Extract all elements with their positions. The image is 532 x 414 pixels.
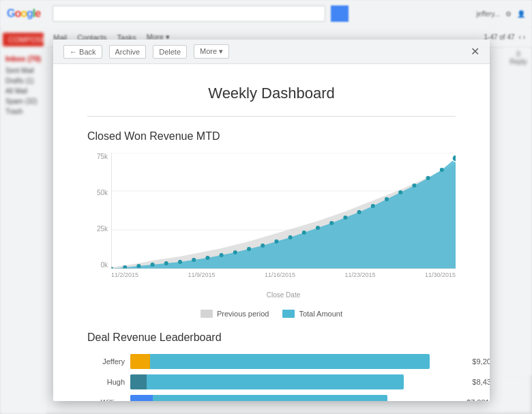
lb-bar-accent-jeffery (130, 354, 150, 369)
lb-bar-accent-hugh (130, 374, 147, 389)
dot-5 (164, 261, 168, 265)
dot-16 (316, 226, 320, 230)
dot-6 (178, 260, 182, 264)
lb-bar-accent-william (130, 395, 153, 401)
archive-button[interactable]: Archive (109, 45, 147, 59)
browser-topbar: Google jeffery... ⚙ 👤 (0, 0, 532, 27)
address-bar (53, 5, 325, 22)
user-email: jeffery... (476, 10, 500, 18)
y-label-50k: 50k (97, 189, 108, 196)
dot-10 (233, 250, 237, 254)
google-logo: Google (7, 8, 40, 20)
x-label-4: 11/23/2015 (344, 271, 375, 278)
nav-icons: ‹ › (519, 33, 525, 41)
x-axis-title: Close Date (111, 291, 456, 299)
dot-25 (440, 168, 444, 172)
dot-14 (289, 235, 293, 239)
x-label-3: 11/16/2015 (265, 271, 295, 278)
dot-19 (357, 210, 361, 214)
dot-12 (261, 243, 265, 248)
leaderboard-row-william: William $7,881.50 (87, 395, 456, 401)
dashboard-title: Weekly Dashboard (87, 85, 456, 102)
dot-20 (371, 204, 375, 208)
delete-button[interactable]: Delete (153, 45, 187, 59)
legend-total-swatch (282, 310, 295, 318)
legend-total-label: Total Amount (299, 310, 342, 318)
dot-11 (247, 247, 251, 251)
dot-9 (220, 253, 224, 257)
leaderboard-row-hugh: Hugh $8,437 (87, 374, 456, 389)
dot-15 (302, 231, 306, 235)
legend-previous: Previous period (201, 310, 269, 318)
close-button[interactable]: ✕ (471, 45, 479, 58)
title-divider (87, 116, 456, 117)
dot-23 (412, 183, 416, 188)
y-label-25k: 25k (97, 225, 108, 233)
y-label-0k: 0k (100, 261, 108, 269)
lb-bars-hugh: $8,437 (130, 374, 456, 389)
dot-17 (329, 221, 334, 225)
dot-21 (385, 197, 389, 201)
revenue-chart-svg (111, 153, 456, 269)
leaderboard-title: Deal Revenue Leaderboard (87, 331, 456, 344)
chart-legend: Previous period Total Amount (87, 310, 456, 318)
dot-7 (192, 258, 196, 262)
email-overlay: ← Back Archive Delete More ▾ ✕ Weekly Da… (53, 40, 490, 401)
revenue-chart-container: 0k 25k 50k 75k (87, 153, 456, 289)
lb-amount-william: $7,881.50 (467, 398, 490, 401)
back-button[interactable]: ← Back (63, 45, 102, 59)
lb-name-william: William (87, 398, 125, 401)
dot-13 (274, 239, 278, 243)
x-label-5: 11/30/2015 (425, 271, 456, 278)
lb-bars-william: $7,881.50 (130, 395, 456, 401)
dot-24 (426, 176, 430, 180)
total-amount-area (111, 158, 456, 269)
settings-icon[interactable]: ⚙ (505, 10, 512, 18)
dot-last (452, 155, 456, 162)
lb-bar-bg-hugh (130, 374, 404, 389)
lb-amount-jeffery: $9,201 (472, 357, 490, 366)
lb-bar-bg-jeffery (130, 354, 430, 369)
account-icon[interactable]: 👤 (517, 10, 525, 18)
lb-bar-bg-william (130, 395, 387, 401)
dot-3 (136, 264, 141, 268)
lb-bars-jeffery: $9,201 (130, 354, 456, 369)
dot-22 (398, 190, 402, 194)
gmail-sidebar: COMPOSE Inbox (70) Sent Mail Drafts (1) … (0, 27, 46, 414)
legend-prev-label: Previous period (217, 310, 269, 318)
dot-4 (151, 263, 155, 267)
more-button[interactable]: More ▾ (194, 44, 229, 59)
x-label-2: 11/9/2015 (188, 271, 215, 278)
x-label-1: 11/2/2015 (111, 271, 138, 278)
revenue-section-title: Closed Won Revenue MTD (87, 130, 456, 143)
legend-prev-swatch (201, 310, 213, 318)
dot-8 (205, 256, 209, 260)
y-label-75k: 75k (97, 153, 108, 160)
lb-name-hugh: Hugh (87, 378, 125, 386)
lb-amount-hugh: $8,437 (472, 378, 490, 386)
search-button[interactable] (331, 5, 349, 22)
lb-name-jeffery: Jeffery (87, 357, 125, 366)
email-body: Weekly Dashboard Closed Won Revenue MTD … (53, 64, 490, 401)
dot-18 (343, 216, 347, 220)
leaderboard-row-jeffery: Jeffery $9,201 (87, 354, 456, 369)
right-panel: 0 Reply (505, 48, 532, 375)
legend-total: Total Amount (282, 310, 342, 318)
email-action-bar: ← Back Archive Delete More ▾ ✕ (53, 40, 490, 64)
